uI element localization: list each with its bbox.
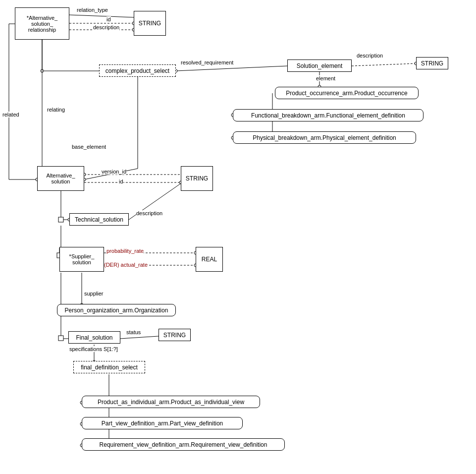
- complex-product-select-box: complex_product_select: [99, 64, 176, 77]
- part-view-def-box: Part_view_definition_arm.Part_view_defin…: [82, 417, 243, 429]
- svg-rect-52: [58, 336, 63, 341]
- svg-rect-36: [58, 217, 63, 222]
- label-description1: description: [93, 24, 119, 30]
- physical-breakdown-box: Physical_breakdown_arm.Physical_element_…: [233, 131, 416, 144]
- label-related: related: [2, 112, 19, 118]
- product-occurrence-box: Product_occurrence_arm.Product_occurrenc…: [275, 87, 419, 99]
- label-resolved-req: resolved_requirement: [181, 59, 233, 65]
- label-actual-rate: (DER) actual_rate: [104, 262, 148, 268]
- label-description3: description: [136, 210, 162, 216]
- svg-line-0: [69, 15, 134, 17]
- technical-solution-box: Technical_solution: [69, 213, 129, 226]
- final-solution-box: Final_solution: [68, 331, 120, 344]
- label-prob-rate: probability_rate: [106, 248, 144, 254]
- label-supplier: supplier: [84, 291, 104, 296]
- solution-element-box: Solution_element: [287, 59, 352, 72]
- supplier-solution-box: *Supplier_ solution: [59, 247, 104, 272]
- product-individual-box: Product_as_individual_arm.Product_as_ind…: [82, 396, 260, 408]
- string-box-1: STRING: [134, 11, 166, 36]
- alt-solution-relationship-box: *Alternative_ solution_ relationship: [15, 7, 69, 40]
- functional-breakdown-box: Functional_breakdown_arm.Functional_elem…: [233, 109, 423, 121]
- string-box-3: STRING: [181, 166, 213, 191]
- string-box-2: STRING: [416, 57, 448, 69]
- label-status: status: [126, 329, 141, 335]
- label-specifications: specifications S[1:?]: [69, 346, 118, 352]
- label-base-element: base_element: [72, 144, 106, 150]
- label-relation-type: relation_type: [77, 7, 108, 13]
- label-element: element: [316, 75, 335, 81]
- label-relating: relating: [47, 107, 65, 113]
- final-definition-select-box: final_definition_select: [73, 361, 145, 373]
- svg-line-10: [352, 63, 416, 66]
- svg-point-7: [41, 69, 44, 72]
- alternative-solution-box: Alternative_ solution: [37, 166, 84, 191]
- svg-line-53: [120, 336, 159, 339]
- person-org-box: Person_organization_arm.Organization: [57, 304, 176, 316]
- diagram: *Alternative_ solution_ relationship STR…: [0, 0, 476, 474]
- label-id2: id: [119, 178, 123, 184]
- label-id1: id: [106, 16, 111, 22]
- string-box-4: STRING: [159, 329, 191, 341]
- req-view-def-box: Requirement_view_definition_arm.Requirem…: [82, 438, 285, 451]
- label-version-id: version_id: [102, 169, 126, 175]
- label-description2: description: [357, 53, 383, 59]
- real-box: REAL: [196, 247, 223, 272]
- svg-line-8: [176, 66, 287, 71]
